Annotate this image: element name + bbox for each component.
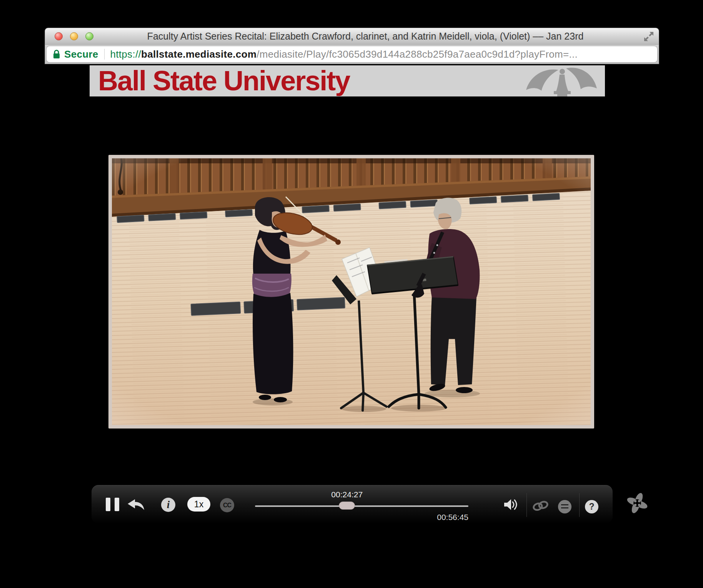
university-banner[interactable]: Ball State University bbox=[90, 65, 605, 96]
titlebar[interactable]: Faculty Artist Series Recital: Elizabeth… bbox=[45, 28, 659, 44]
pause-button[interactable] bbox=[106, 498, 119, 511]
chain-link-icon[interactable] bbox=[532, 500, 549, 511]
browser-window: Faculty Artist Series Recital: Elizabeth… bbox=[45, 28, 659, 64]
mediasite-pinwheel-icon[interactable] bbox=[625, 491, 649, 515]
progress-track[interactable] bbox=[255, 505, 468, 507]
help-button[interactable]: ? bbox=[585, 500, 598, 513]
divider bbox=[579, 493, 580, 517]
zoom-button[interactable] bbox=[85, 32, 93, 40]
resize-icon[interactable] bbox=[643, 31, 654, 42]
info-button[interactable]: i bbox=[161, 498, 175, 512]
window-title: Faculty Artist Series Recital: Elizabeth… bbox=[95, 28, 636, 45]
captions-label: CC bbox=[223, 502, 231, 509]
speed-button[interactable]: 1x bbox=[187, 497, 210, 512]
current-time: 00:24:27 bbox=[315, 490, 378, 499]
divider bbox=[526, 493, 527, 517]
address-bar[interactable]: Secure https://ballstate.mediasite.com/m… bbox=[46, 46, 658, 63]
player-control-bar: i 1x CC 00:24:27 00:56:45 ? bbox=[92, 485, 613, 523]
url-path: /mediasite/Play/fc3065d39d144a288cb25f9a… bbox=[257, 48, 578, 60]
lock-icon bbox=[53, 49, 60, 59]
url-domain: ballstate.mediasite.com bbox=[141, 48, 257, 60]
toolbar: Secure https://ballstate.mediasite.com/m… bbox=[45, 44, 659, 64]
list-icon bbox=[561, 504, 568, 509]
security-label: Secure bbox=[64, 48, 98, 60]
total-time: 00:56:45 bbox=[405, 513, 468, 522]
help-label: ? bbox=[589, 502, 594, 512]
video-player[interactable] bbox=[108, 155, 594, 429]
playlist-button[interactable] bbox=[558, 500, 571, 513]
minimize-button[interactable] bbox=[70, 32, 78, 40]
beneficence-statue-icon bbox=[520, 65, 604, 96]
banner-title: Ball State University bbox=[98, 65, 350, 94]
url-scheme: https:// bbox=[110, 48, 141, 60]
speaker-icon[interactable] bbox=[504, 499, 519, 510]
speed-label: 1x bbox=[194, 499, 203, 510]
captions-button[interactable]: CC bbox=[220, 498, 234, 512]
info-label: i bbox=[167, 499, 170, 511]
divider bbox=[104, 49, 105, 60]
close-button[interactable] bbox=[55, 32, 63, 40]
back-arrow-icon[interactable] bbox=[127, 499, 145, 510]
progress-thumb[interactable] bbox=[339, 502, 355, 510]
video-frame bbox=[112, 158, 591, 425]
